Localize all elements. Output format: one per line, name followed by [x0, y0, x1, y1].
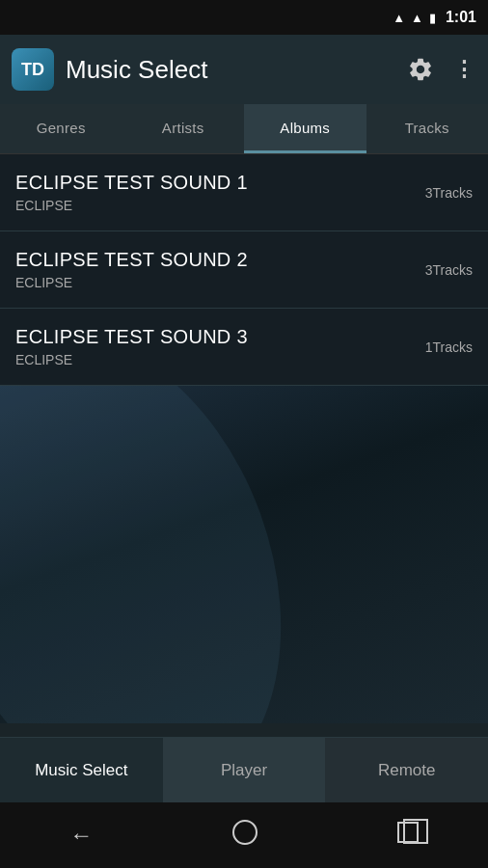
app-title: Music Select: [66, 55, 392, 85]
status-time: 1:01: [446, 9, 476, 26]
battery-icon: [429, 10, 436, 25]
album-track-count: 1Tracks: [425, 339, 473, 355]
tab-artists[interactable]: Artists: [122, 104, 245, 153]
album-item[interactable]: ECLIPSE TEST SOUND 3 ECLIPSE 1Tracks: [0, 309, 488, 386]
tab-genres[interactable]: Genres: [0, 104, 122, 153]
album-item[interactable]: ECLIPSE TEST SOUND 2 ECLIPSE 3Tracks: [0, 231, 488, 309]
back-button[interactable]: [69, 822, 93, 849]
app-logo: TD: [12, 48, 54, 91]
album-info: ECLIPSE TEST SOUND 3 ECLIPSE: [15, 326, 248, 367]
tab-tracks[interactable]: Tracks: [366, 104, 489, 153]
album-info: ECLIPSE TEST SOUND 2 ECLIPSE: [15, 249, 248, 290]
settings-icon[interactable]: [403, 52, 438, 87]
album-track-count: 3Tracks: [425, 262, 473, 278]
album-artist: ECLIPSE: [15, 352, 248, 367]
wifi-icon: [393, 10, 405, 25]
tabs-bar: Genres Artists Albums Tracks: [0, 104, 488, 154]
album-name: ECLIPSE TEST SOUND 1: [15, 172, 248, 194]
status-bar: 1:01: [0, 0, 488, 35]
album-info: ECLIPSE TEST SOUND 1 ECLIPSE: [15, 172, 248, 213]
bottom-navigation: Music Select Player Remote: [0, 737, 488, 802]
cell-signal-icon: [411, 10, 423, 25]
content-area: ECLIPSE TEST SOUND 1 ECLIPSE 3Tracks ECL…: [0, 154, 488, 723]
album-item[interactable]: ECLIPSE TEST SOUND 1 ECLIPSE 3Tracks: [0, 154, 488, 231]
system-navigation-bar: [0, 802, 488, 868]
album-list: ECLIPSE TEST SOUND 1 ECLIPSE 3Tracks ECL…: [0, 154, 488, 386]
album-name: ECLIPSE TEST SOUND 3: [15, 326, 248, 348]
empty-area: [0, 386, 488, 723]
album-track-count: 3Tracks: [425, 185, 473, 201]
bottom-tab-remote[interactable]: Remote: [325, 738, 488, 802]
album-artist: ECLIPSE: [15, 275, 248, 290]
album-name: ECLIPSE TEST SOUND 2: [15, 249, 248, 271]
bottom-tab-music-select[interactable]: Music Select: [0, 738, 163, 802]
recents-button[interactable]: [397, 822, 419, 849]
tab-albums[interactable]: Albums: [244, 104, 366, 153]
home-button[interactable]: [232, 820, 258, 851]
bottom-tab-player[interactable]: Player: [163, 738, 326, 802]
toolbar: TD Music Select ⋮: [0, 35, 488, 104]
album-artist: ECLIPSE: [15, 198, 248, 213]
more-options-icon[interactable]: ⋮: [449, 52, 476, 87]
